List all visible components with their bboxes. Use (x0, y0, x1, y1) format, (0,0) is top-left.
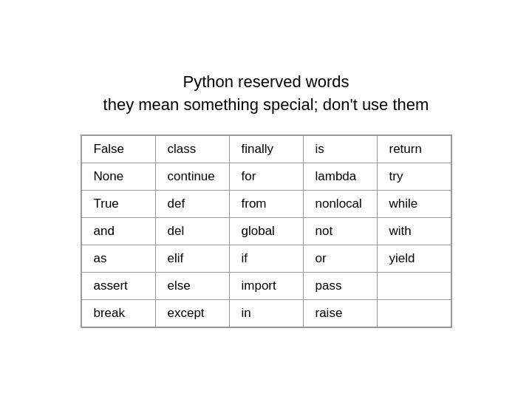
cell-3-0: and (81, 217, 155, 245)
cell-2-3: nonlocal (303, 190, 377, 217)
cell-1-0: None (81, 163, 155, 190)
cell-2-1: def (155, 190, 229, 217)
cell-6-1: except (155, 299, 229, 327)
cell-5-0: assert (81, 272, 155, 299)
cell-3-1: del (155, 217, 229, 245)
keywords-table-container: FalseclassfinallyisreturnNonecontinuefor… (81, 134, 452, 328)
cell-6-0: break (81, 299, 155, 327)
cell-1-2: for (229, 163, 303, 190)
header-line1: Python reserved words (183, 72, 349, 91)
cell-1-1: continue (155, 163, 229, 190)
cell-3-4: with (377, 217, 451, 245)
header-line2: they mean something special; don't use t… (103, 95, 429, 114)
table-row: assertelseimportpass (81, 272, 451, 299)
table-row: aselififoryield (81, 245, 451, 272)
cell-3-3: not (303, 217, 377, 245)
page-header: Python reserved words they mean somethin… (103, 71, 429, 117)
cell-0-0: False (81, 135, 155, 163)
cell-4-3: or (303, 245, 377, 272)
cell-1-3: lambda (303, 163, 377, 190)
cell-1-4: try (377, 163, 451, 190)
keywords-table: FalseclassfinallyisreturnNonecontinuefor… (81, 135, 451, 327)
cell-3-2: global (229, 217, 303, 245)
cell-0-4: return (377, 135, 451, 163)
cell-5-2: import (229, 272, 303, 299)
cell-5-4 (377, 272, 451, 299)
cell-4-4: yield (377, 245, 451, 272)
cell-6-3: raise (303, 299, 377, 327)
cell-4-2: if (229, 245, 303, 272)
cell-2-4: while (377, 190, 451, 217)
table-row: Falseclassfinallyisreturn (81, 135, 451, 163)
cell-5-1: else (155, 272, 229, 299)
cell-0-3: is (303, 135, 377, 163)
table-row: Nonecontinueforlambdatry (81, 163, 451, 190)
cell-0-2: finally (229, 135, 303, 163)
cell-0-1: class (155, 135, 229, 163)
cell-4-1: elif (155, 245, 229, 272)
cell-2-2: from (229, 190, 303, 217)
table-row: Truedeffromnonlocalwhile (81, 190, 451, 217)
cell-5-3: pass (303, 272, 377, 299)
cell-6-2: in (229, 299, 303, 327)
cell-2-0: True (81, 190, 155, 217)
cell-4-0: as (81, 245, 155, 272)
cell-6-4 (377, 299, 451, 327)
table-row: breakexceptinraise (81, 299, 451, 327)
table-row: anddelglobalnotwith (81, 217, 451, 245)
